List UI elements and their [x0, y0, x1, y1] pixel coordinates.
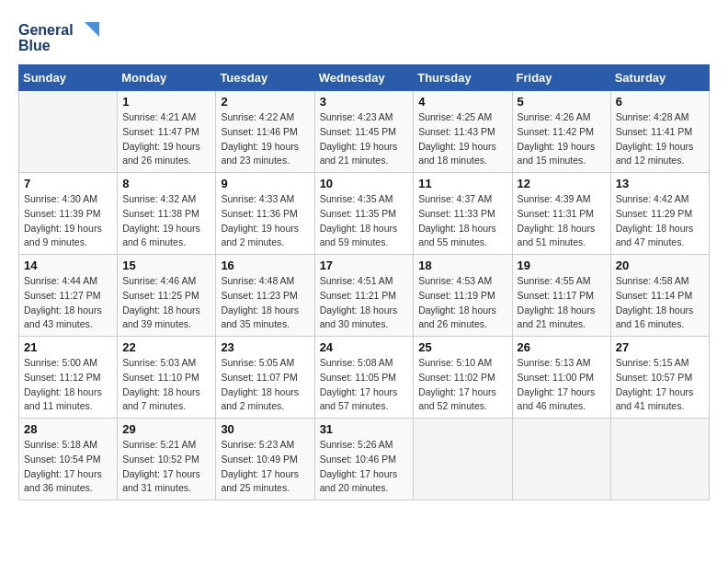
day-number: 31: [320, 422, 409, 436]
calendar-cell: 28Sunrise: 5:18 AMSunset: 10:54 PMDaylig…: [19, 419, 118, 500]
day-info: Sunrise: 5:21 AMSunset: 10:52 PMDaylight…: [122, 438, 210, 496]
calendar-cell: 31Sunrise: 5:26 AMSunset: 10:46 PMDaylig…: [314, 419, 414, 500]
weekday-header-sunday: Sunday: [19, 65, 118, 91]
calendar-cell: [414, 419, 512, 500]
day-number: 10: [320, 177, 409, 190]
day-number: 3: [320, 95, 409, 109]
day-info: Sunrise: 4:58 AMSunset: 11:14 PMDaylight…: [616, 274, 704, 332]
day-number: 25: [418, 340, 506, 354]
day-info: Sunrise: 5:05 AMSunset: 11:07 PMDaylight…: [221, 356, 309, 414]
weekday-header-thursday: Thursday: [414, 65, 512, 91]
week-row-1: 1Sunrise: 4:21 AMSunset: 11:47 PMDayligh…: [19, 91, 710, 173]
calendar-cell: 21Sunrise: 5:00 AMSunset: 11:12 PMDaylig…: [19, 337, 118, 419]
day-number: 23: [221, 340, 309, 354]
page-header: GeneralBlue: [18, 18, 710, 55]
day-info: Sunrise: 4:42 AMSunset: 11:29 PMDaylight…: [616, 192, 704, 250]
weekday-header-row: SundayMondayTuesdayWednesdayThursdayFrid…: [19, 65, 710, 91]
day-info: Sunrise: 5:13 AMSunset: 11:00 PMDaylight…: [518, 356, 606, 414]
day-number: 6: [616, 95, 704, 109]
calendar-cell: 9Sunrise: 4:33 AMSunset: 11:36 PMDayligh…: [216, 173, 314, 255]
day-info: Sunrise: 4:48 AMSunset: 11:23 PMDaylight…: [221, 274, 309, 332]
day-number: 8: [122, 177, 210, 190]
calendar-cell: 30Sunrise: 5:23 AMSunset: 10:49 PMDaylig…: [216, 419, 314, 500]
calendar-cell: 24Sunrise: 5:08 AMSunset: 11:05 PMDaylig…: [314, 337, 414, 419]
calendar-cell: 2Sunrise: 4:22 AMSunset: 11:46 PMDayligh…: [216, 91, 314, 173]
calendar-cell: [512, 419, 610, 500]
day-info: Sunrise: 5:00 AMSunset: 11:12 PMDaylight…: [24, 356, 112, 414]
day-info: Sunrise: 4:51 AMSunset: 11:21 PMDaylight…: [320, 274, 409, 332]
day-info: Sunrise: 4:55 AMSunset: 11:17 PMDaylight…: [518, 274, 606, 332]
calendar-cell: 16Sunrise: 4:48 AMSunset: 11:23 PMDaylig…: [216, 255, 314, 337]
day-number: 20: [616, 259, 704, 272]
day-info: Sunrise: 4:21 AMSunset: 11:47 PMDaylight…: [122, 110, 210, 168]
day-info: Sunrise: 5:15 AMSunset: 10:57 PMDaylight…: [616, 356, 704, 414]
calendar-cell: [610, 419, 709, 500]
day-info: Sunrise: 4:33 AMSunset: 11:36 PMDaylight…: [221, 192, 309, 250]
day-number: 1: [122, 95, 210, 109]
day-info: Sunrise: 4:44 AMSunset: 11:27 PMDaylight…: [24, 274, 112, 332]
day-info: Sunrise: 4:28 AMSunset: 11:41 PMDaylight…: [616, 110, 704, 168]
svg-text:General: General: [18, 22, 74, 38]
day-number: 21: [24, 340, 112, 354]
day-number: 7: [24, 177, 112, 190]
day-info: Sunrise: 4:30 AMSunset: 11:39 PMDaylight…: [24, 192, 112, 250]
calendar-cell: 10Sunrise: 4:35 AMSunset: 11:35 PMDaylig…: [314, 173, 414, 255]
day-info: Sunrise: 4:32 AMSunset: 11:38 PMDaylight…: [122, 192, 210, 250]
day-number: 16: [221, 259, 309, 272]
day-info: Sunrise: 5:26 AMSunset: 10:46 PMDaylight…: [320, 438, 409, 496]
week-row-5: 28Sunrise: 5:18 AMSunset: 10:54 PMDaylig…: [19, 419, 710, 500]
day-number: 27: [616, 340, 704, 354]
weekday-header-monday: Monday: [118, 65, 216, 91]
day-number: 28: [24, 422, 112, 436]
day-info: Sunrise: 4:23 AMSunset: 11:45 PMDaylight…: [320, 110, 409, 168]
calendar-cell: 20Sunrise: 4:58 AMSunset: 11:14 PMDaylig…: [610, 255, 709, 337]
day-info: Sunrise: 4:25 AMSunset: 11:43 PMDaylight…: [418, 110, 506, 168]
day-number: 17: [320, 259, 409, 272]
calendar-cell: 7Sunrise: 4:30 AMSunset: 11:39 PMDayligh…: [19, 173, 118, 255]
day-number: 2: [221, 95, 309, 109]
day-info: Sunrise: 5:08 AMSunset: 11:05 PMDaylight…: [320, 356, 409, 414]
day-info: Sunrise: 5:10 AMSunset: 11:02 PMDaylight…: [418, 356, 506, 414]
day-number: 30: [221, 422, 309, 436]
day-number: 15: [122, 259, 210, 272]
calendar-table: SundayMondayTuesdayWednesdayThursdayFrid…: [18, 64, 710, 500]
day-number: 14: [24, 259, 112, 272]
calendar-cell: 22Sunrise: 5:03 AMSunset: 11:10 PMDaylig…: [118, 337, 216, 419]
day-number: 18: [418, 259, 506, 272]
calendar-cell: 11Sunrise: 4:37 AMSunset: 11:33 PMDaylig…: [414, 173, 512, 255]
calendar-cell: 4Sunrise: 4:25 AMSunset: 11:43 PMDayligh…: [414, 91, 512, 173]
calendar-cell: 8Sunrise: 4:32 AMSunset: 11:38 PMDayligh…: [118, 173, 216, 255]
day-number: 4: [418, 95, 506, 109]
calendar-cell: [19, 91, 118, 173]
day-number: 22: [122, 340, 210, 354]
calendar-cell: 6Sunrise: 4:28 AMSunset: 11:41 PMDayligh…: [610, 91, 709, 173]
day-number: 29: [122, 422, 210, 436]
day-info: Sunrise: 5:23 AMSunset: 10:49 PMDaylight…: [221, 438, 309, 496]
day-info: Sunrise: 4:53 AMSunset: 11:19 PMDaylight…: [418, 274, 506, 332]
day-number: 12: [518, 177, 606, 190]
day-number: 24: [320, 340, 409, 354]
weekday-header-wednesday: Wednesday: [314, 65, 414, 91]
day-info: Sunrise: 5:18 AMSunset: 10:54 PMDaylight…: [24, 438, 112, 496]
calendar-cell: 15Sunrise: 4:46 AMSunset: 11:25 PMDaylig…: [118, 255, 216, 337]
calendar-cell: 19Sunrise: 4:55 AMSunset: 11:17 PMDaylig…: [512, 255, 610, 337]
logo: GeneralBlue: [18, 18, 101, 55]
logo-icon: GeneralBlue: [18, 18, 101, 55]
week-row-4: 21Sunrise: 5:00 AMSunset: 11:12 PMDaylig…: [19, 337, 710, 419]
week-row-3: 14Sunrise: 4:44 AMSunset: 11:27 PMDaylig…: [19, 255, 710, 337]
day-info: Sunrise: 5:03 AMSunset: 11:10 PMDaylight…: [122, 356, 210, 414]
calendar-cell: 23Sunrise: 5:05 AMSunset: 11:07 PMDaylig…: [216, 337, 314, 419]
day-info: Sunrise: 4:22 AMSunset: 11:46 PMDaylight…: [221, 110, 309, 168]
weekday-header-friday: Friday: [512, 65, 610, 91]
day-number: 5: [518, 95, 606, 109]
day-info: Sunrise: 4:26 AMSunset: 11:42 PMDaylight…: [518, 110, 606, 168]
calendar-cell: 25Sunrise: 5:10 AMSunset: 11:02 PMDaylig…: [414, 337, 512, 419]
calendar-cell: 17Sunrise: 4:51 AMSunset: 11:21 PMDaylig…: [314, 255, 414, 337]
day-number: 19: [518, 259, 606, 272]
day-info: Sunrise: 4:37 AMSunset: 11:33 PMDaylight…: [418, 192, 506, 250]
calendar-cell: 13Sunrise: 4:42 AMSunset: 11:29 PMDaylig…: [610, 173, 709, 255]
calendar-cell: 3Sunrise: 4:23 AMSunset: 11:45 PMDayligh…: [314, 91, 414, 173]
week-row-2: 7Sunrise: 4:30 AMSunset: 11:39 PMDayligh…: [19, 173, 710, 255]
calendar-cell: 1Sunrise: 4:21 AMSunset: 11:47 PMDayligh…: [118, 91, 216, 173]
calendar-cell: 29Sunrise: 5:21 AMSunset: 10:52 PMDaylig…: [118, 419, 216, 500]
